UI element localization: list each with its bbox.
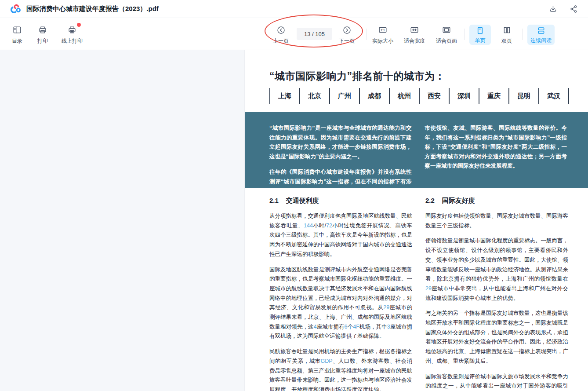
city-item: 成都 [359, 88, 389, 104]
city-item: 杭州 [389, 88, 419, 104]
toolbar: 目录 打印 线上打印 上一页 [0, 18, 588, 50]
section-2-1: 2.1 交通便利度 从分项指标看，交通便利度包含国际及地区航线数量、民航旅客吞吐… [269, 197, 412, 391]
section-title: 交通便利度 [286, 197, 319, 205]
city-item: 广州 [329, 88, 359, 104]
svg-text:1:1: 1:1 [381, 29, 385, 32]
fit-page-icon [442, 25, 451, 35]
left-panel [0, 50, 245, 391]
city-row-end-divider [568, 88, 569, 104]
single-page-icon [475, 25, 485, 36]
body-paragraph: 从分项指标看，交通便利度包含国际及地区航线数量、民航旅客吞吐量、144小时/72… [269, 212, 412, 259]
callout-right-column: 市使领馆、友城、国际游客、国际航线等数量的评价。今年，我们将这一系列指标归类为“… [425, 124, 567, 202]
section-title: 国际友好度 [442, 197, 475, 205]
fit-page-button[interactable]: 适合页面 [432, 25, 461, 45]
body-sections: 2.1 交通便利度 从分项指标看，交通便利度包含国际及地区航线数量、民航旅客吞吐… [269, 197, 568, 391]
city-item: 昆明 [508, 88, 538, 104]
titlebar: 国际消费中心城市建设年度报告（2023）.pdf [0, 0, 588, 18]
city-item: 武汉 [538, 88, 568, 104]
callout-paragraph: “城市国际影响力”是一座城市与全球城市的通达能力和交往能力的重要体现。因为城市需… [269, 124, 412, 161]
section-2-2: 2.2 国际友好度 国际友好度包括使领馆数量、国际友好城市数量、国际游客数量三个… [425, 197, 568, 391]
city-item: 深圳 [449, 88, 479, 104]
toolbar-print-button[interactable]: 打印 [33, 25, 53, 45]
next-page-label: 下一页 [339, 37, 355, 45]
section-heading: 2.1 交通便利度 [269, 197, 412, 205]
titlebar-actions [548, 4, 578, 14]
body-paragraph: 国际游客数量则是评价城市国际文旅市场发展水平和竞争力的维度之一，从中能够看出一座… [425, 372, 568, 391]
previous-page-button[interactable]: 上一页 [268, 25, 294, 45]
double-page-icon [502, 25, 512, 35]
single-page-label: 单页 [475, 37, 486, 44]
city-ranking-row: 上海 北京 广州 成都 杭州 西安 深圳 重庆 昆明 武汉 [269, 88, 569, 104]
toolbar-divider [464, 29, 465, 40]
double-page-label: 双页 [501, 37, 512, 45]
page-indicator[interactable]: 13 / 105 [297, 28, 332, 40]
city-item: 北京 [299, 88, 329, 104]
body-paragraph: 民航旅客吞吐量是民用机场的主要生产指标，根据各指标之间的相互关系，城市GDP、人… [269, 347, 412, 391]
toolbar-online-print-label: 线上打印 [62, 37, 83, 45]
body-paragraph: 使领馆数量是衡量城市国际化程度的重要标志。一般而言，设不设立使领馆、设什么级别的… [425, 236, 568, 303]
callout-paragraph: 市使领馆、友城、国际游客、国际航线等数量的评价。今年，我们将这一系列指标归类为“… [425, 124, 567, 171]
page-title: “城市国际影响力”排名前十的城市为： [269, 69, 445, 83]
printer-icon [38, 25, 47, 35]
body-paragraph: 与之相关的另一个指标是国际友好城市数量，这也是衡量该地区开放水平和国际化程度的重… [425, 309, 568, 366]
city-item: 西安 [419, 88, 449, 104]
share-button[interactable] [569, 4, 578, 14]
toolbar-print-label: 打印 [37, 37, 48, 45]
contents-icon [12, 25, 22, 35]
section-number: 2.2 [425, 197, 435, 205]
highlight-callout: “城市国际影响力”是一座城市与全球城市的通达能力和交往能力的重要体现。因为城市需… [245, 112, 588, 188]
document-filename: 国际消费中心城市建设年度报告（2023）.pdf [26, 5, 159, 13]
notification-badge-dot [77, 23, 81, 27]
toolbar-contents-label: 目录 [12, 37, 22, 45]
fit-width-icon [410, 25, 419, 35]
actual-size-label: 实际大小 [372, 37, 393, 45]
section-heading: 2.2 国际友好度 [425, 197, 568, 205]
callout-paragraph: 往年的《国际消费中心城市建设年度报告》并没有系统性测评“城市国际影响力”这一指标… [269, 168, 412, 196]
double-page-button[interactable]: 双页 [495, 25, 518, 45]
actual-size-button[interactable]: 1:1 实际大小 [368, 25, 397, 45]
pdf-page: “城市国际影响力”排名前十的城市为： 上海 北京 广州 成都 杭州 西安 深圳 … [245, 50, 588, 391]
app-logo-icon [10, 3, 21, 15]
download-button[interactable] [548, 4, 558, 14]
online-printer-icon [67, 25, 77, 35]
section-number: 2.1 [269, 197, 279, 205]
chevron-left-circle-icon [276, 25, 286, 35]
fit-page-label: 适合页面 [436, 37, 457, 45]
continuous-reading-label: 连续阅读 [530, 37, 552, 44]
callout-left-column: “城市国际影响力”是一座城市与全球城市的通达能力和交往能力的重要体现。因为城市需… [269, 124, 412, 202]
body-paragraph: 国际及地区航线数量是测评城市内外航空交通网络是否完善的重要指标，也是考察城市国际… [269, 265, 412, 342]
continuous-reading-icon [537, 25, 546, 36]
fit-width-label: 适合宽度 [404, 37, 425, 45]
chevron-right-circle-icon [342, 25, 352, 35]
toolbar-online-print-button[interactable]: 线上打印 [58, 25, 86, 45]
single-page-button[interactable]: 单页 [469, 25, 491, 45]
actual-size-icon: 1:1 [378, 25, 388, 35]
previous-page-label: 上一页 [273, 37, 289, 45]
fit-width-button[interactable]: 适合宽度 [400, 25, 429, 45]
toolbar-contents-button[interactable]: 目录 [7, 25, 27, 45]
body-paragraph: 国际友好度包括使领馆数量、国际友好城市数量、国际游客数量三个三级指标。 [425, 212, 568, 230]
city-item: 上海 [269, 88, 299, 104]
toolbar-divider [522, 29, 523, 40]
continuous-reading-button[interactable]: 连续阅读 [527, 25, 555, 45]
toolbar-divider [366, 29, 367, 40]
next-page-button[interactable]: 下一页 [334, 25, 359, 45]
city-item: 重庆 [479, 88, 508, 104]
